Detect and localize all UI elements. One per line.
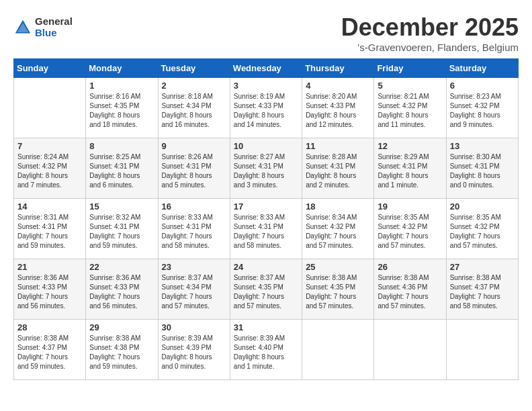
day-cell: 9Sunrise: 8:26 AM Sunset: 4:31 PM Daylig… [158, 138, 230, 199]
day-cell: 15Sunrise: 8:32 AM Sunset: 4:31 PM Dayli… [86, 199, 158, 259]
day-info: Sunrise: 8:39 AM Sunset: 4:40 PM Dayligh… [234, 334, 298, 371]
day-number: 17 [234, 201, 298, 212]
day-cell: 5Sunrise: 8:21 AM Sunset: 4:32 PM Daylig… [374, 78, 446, 138]
day-number: 21 [17, 262, 82, 272]
day-number: 19 [378, 201, 442, 212]
day-info: Sunrise: 8:27 AM Sunset: 4:31 PM Dayligh… [234, 152, 298, 190]
day-info: Sunrise: 8:38 AM Sunset: 4:37 PM Dayligh… [450, 273, 515, 311]
col-header-wednesday: Wednesday [230, 59, 302, 78]
day-cell: 7Sunrise: 8:24 AM Sunset: 4:32 PM Daylig… [14, 138, 86, 199]
day-number: 4 [306, 81, 370, 91]
day-info: Sunrise: 8:32 AM Sunset: 4:31 PM Dayligh… [89, 213, 154, 250]
day-number: 15 [89, 201, 154, 212]
day-info: Sunrise: 8:38 AM Sunset: 4:36 PM Dayligh… [378, 273, 442, 311]
day-cell: 8Sunrise: 8:25 AM Sunset: 4:31 PM Daylig… [86, 138, 158, 199]
day-number: 29 [89, 322, 154, 332]
day-info: Sunrise: 8:31 AM Sunset: 4:31 PM Dayligh… [17, 213, 82, 250]
day-number: 1 [89, 81, 154, 91]
day-number: 8 [89, 141, 154, 151]
month-title: December 2025 [341, 13, 519, 42]
day-cell: 26Sunrise: 8:38 AM Sunset: 4:36 PM Dayli… [374, 259, 446, 320]
day-number: 23 [162, 262, 226, 272]
day-cell [446, 320, 518, 380]
day-cell: 16Sunrise: 8:33 AM Sunset: 4:31 PM Dayli… [158, 199, 230, 259]
day-info: Sunrise: 8:26 AM Sunset: 4:31 PM Dayligh… [162, 152, 226, 190]
day-info: Sunrise: 8:29 AM Sunset: 4:31 PM Dayligh… [378, 152, 442, 190]
day-number: 7 [17, 141, 82, 151]
day-cell: 20Sunrise: 8:35 AM Sunset: 4:32 PM Dayli… [446, 199, 518, 259]
day-cell: 14Sunrise: 8:31 AM Sunset: 4:31 PM Dayli… [14, 199, 86, 259]
day-info: Sunrise: 8:38 AM Sunset: 4:37 PM Dayligh… [17, 334, 82, 371]
logo-text: General Blue [35, 16, 73, 38]
day-cell: 4Sunrise: 8:20 AM Sunset: 4:33 PM Daylig… [302, 78, 374, 138]
day-info: Sunrise: 8:28 AM Sunset: 4:31 PM Dayligh… [306, 152, 370, 190]
calendar: SundayMondayTuesdayWednesdayThursdayFrid… [13, 58, 519, 380]
day-cell: 6Sunrise: 8:23 AM Sunset: 4:32 PM Daylig… [446, 78, 518, 138]
day-number: 6 [450, 81, 515, 91]
day-number: 14 [17, 201, 82, 212]
title-area: December 2025 's-Gravenvoeren, Flanders,… [341, 13, 519, 53]
col-header-tuesday: Tuesday [158, 59, 230, 78]
location-title: 's-Gravenvoeren, Flanders, Belgium [341, 42, 519, 53]
day-cell: 21Sunrise: 8:36 AM Sunset: 4:33 PM Dayli… [14, 259, 86, 320]
day-info: Sunrise: 8:38 AM Sunset: 4:38 PM Dayligh… [89, 334, 154, 371]
col-header-monday: Monday [86, 59, 158, 78]
day-info: Sunrise: 8:20 AM Sunset: 4:33 PM Dayligh… [306, 92, 370, 130]
day-cell: 22Sunrise: 8:36 AM Sunset: 4:33 PM Dayli… [86, 259, 158, 320]
logo-general: General [35, 16, 73, 28]
col-header-saturday: Saturday [446, 59, 518, 78]
day-cell: 28Sunrise: 8:38 AM Sunset: 4:37 PM Dayli… [14, 320, 86, 380]
day-number: 31 [234, 322, 298, 332]
calendar-body: 1Sunrise: 8:16 AM Sunset: 4:35 PM Daylig… [14, 78, 519, 380]
day-info: Sunrise: 8:25 AM Sunset: 4:31 PM Dayligh… [89, 152, 154, 190]
logo: General Blue [13, 16, 73, 38]
col-header-thursday: Thursday [302, 59, 374, 78]
day-info: Sunrise: 8:35 AM Sunset: 4:32 PM Dayligh… [450, 213, 515, 250]
day-number: 13 [450, 141, 515, 151]
day-cell: 18Sunrise: 8:34 AM Sunset: 4:32 PM Dayli… [302, 199, 374, 259]
day-number: 3 [234, 81, 298, 91]
week-row-4: 21Sunrise: 8:36 AM Sunset: 4:33 PM Dayli… [14, 259, 519, 320]
week-row-5: 28Sunrise: 8:38 AM Sunset: 4:37 PM Dayli… [14, 320, 519, 380]
day-info: Sunrise: 8:30 AM Sunset: 4:31 PM Dayligh… [450, 152, 515, 190]
day-cell: 13Sunrise: 8:30 AM Sunset: 4:31 PM Dayli… [446, 138, 518, 199]
calendar-header: SundayMondayTuesdayWednesdayThursdayFrid… [14, 59, 519, 78]
day-number: 20 [450, 201, 515, 212]
day-number: 12 [378, 141, 442, 151]
week-row-3: 14Sunrise: 8:31 AM Sunset: 4:31 PM Dayli… [14, 199, 519, 259]
day-cell [374, 320, 446, 380]
day-cell [302, 320, 374, 380]
day-number: 2 [162, 81, 226, 91]
col-header-sunday: Sunday [14, 59, 86, 78]
week-row-1: 1Sunrise: 8:16 AM Sunset: 4:35 PM Daylig… [14, 78, 519, 138]
day-info: Sunrise: 8:35 AM Sunset: 4:32 PM Dayligh… [378, 213, 442, 250]
week-row-2: 7Sunrise: 8:24 AM Sunset: 4:32 PM Daylig… [14, 138, 519, 199]
day-info: Sunrise: 8:36 AM Sunset: 4:33 PM Dayligh… [89, 273, 154, 311]
day-cell [14, 78, 86, 138]
day-number: 28 [17, 322, 82, 332]
day-cell: 29Sunrise: 8:38 AM Sunset: 4:38 PM Dayli… [86, 320, 158, 380]
day-info: Sunrise: 8:21 AM Sunset: 4:32 PM Dayligh… [378, 92, 442, 130]
day-info: Sunrise: 8:24 AM Sunset: 4:32 PM Dayligh… [17, 152, 82, 190]
day-cell: 17Sunrise: 8:33 AM Sunset: 4:31 PM Dayli… [230, 199, 302, 259]
day-cell: 10Sunrise: 8:27 AM Sunset: 4:31 PM Dayli… [230, 138, 302, 199]
day-number: 26 [378, 262, 442, 272]
day-number: 25 [306, 262, 370, 272]
day-number: 22 [89, 262, 154, 272]
day-cell: 1Sunrise: 8:16 AM Sunset: 4:35 PM Daylig… [86, 78, 158, 138]
day-info: Sunrise: 8:38 AM Sunset: 4:35 PM Dayligh… [306, 273, 370, 311]
day-cell: 25Sunrise: 8:38 AM Sunset: 4:35 PM Dayli… [302, 259, 374, 320]
day-info: Sunrise: 8:33 AM Sunset: 4:31 PM Dayligh… [234, 213, 298, 250]
day-number: 24 [234, 262, 298, 272]
day-info: Sunrise: 8:34 AM Sunset: 4:32 PM Dayligh… [306, 213, 370, 250]
header-row: SundayMondayTuesdayWednesdayThursdayFrid… [14, 59, 519, 78]
day-number: 27 [450, 262, 515, 272]
logo-blue: Blue [35, 28, 73, 39]
day-cell: 30Sunrise: 8:39 AM Sunset: 4:39 PM Dayli… [158, 320, 230, 380]
day-info: Sunrise: 8:23 AM Sunset: 4:32 PM Dayligh… [450, 92, 515, 130]
day-cell: 27Sunrise: 8:38 AM Sunset: 4:37 PM Dayli… [446, 259, 518, 320]
logo-icon [13, 18, 32, 37]
day-cell: 12Sunrise: 8:29 AM Sunset: 4:31 PM Dayli… [374, 138, 446, 199]
day-info: Sunrise: 8:33 AM Sunset: 4:31 PM Dayligh… [162, 213, 226, 250]
day-info: Sunrise: 8:19 AM Sunset: 4:33 PM Dayligh… [234, 92, 298, 130]
